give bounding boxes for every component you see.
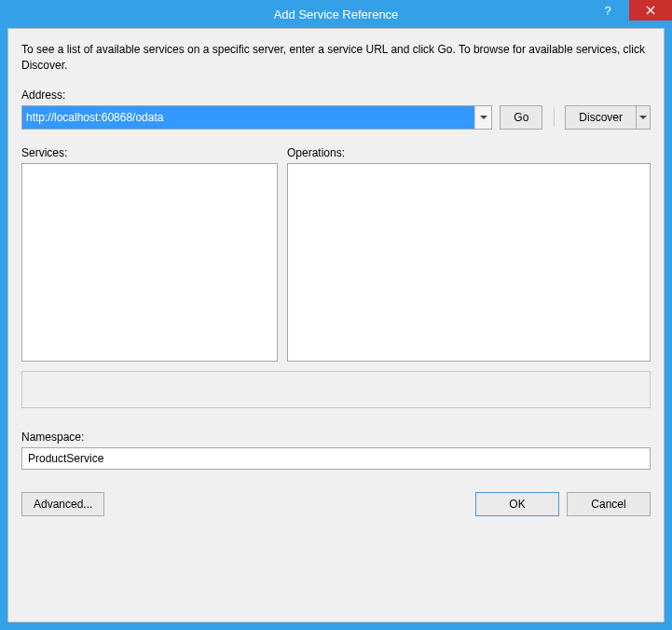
ok-button[interactable]: OK bbox=[475, 492, 559, 516]
discover-button[interactable]: Discover bbox=[565, 105, 636, 130]
address-combobox[interactable] bbox=[21, 105, 492, 130]
chevron-down-icon bbox=[639, 116, 647, 119]
advanced-button[interactable]: Advanced... bbox=[21, 492, 104, 516]
footer-buttons: Advanced... OK Cancel bbox=[21, 492, 651, 516]
footer-spacer bbox=[112, 492, 468, 516]
chevron-down-icon bbox=[480, 116, 487, 119]
titlebar: Add Service Reference ? bbox=[7, 0, 665, 28]
close-button[interactable] bbox=[629, 0, 672, 21]
window-title: Add Service Reference bbox=[7, 7, 665, 21]
lists-row: Services: Operations: bbox=[21, 146, 651, 362]
separator bbox=[550, 105, 557, 130]
window-controls: ? bbox=[586, 0, 672, 21]
close-icon bbox=[646, 6, 655, 15]
operations-column: Operations: bbox=[287, 146, 651, 362]
go-button[interactable]: Go bbox=[500, 105, 542, 130]
namespace-input[interactable] bbox=[21, 447, 651, 470]
instructions-text: To see a list of available services on a… bbox=[21, 42, 651, 74]
address-input[interactable] bbox=[22, 106, 474, 129]
services-column: Services: bbox=[21, 146, 278, 362]
dialog-window: Add Service Reference ? To see a list of… bbox=[0, 0, 672, 630]
address-dropdown-button[interactable] bbox=[474, 106, 491, 129]
cancel-button[interactable]: Cancel bbox=[567, 492, 651, 516]
address-row: Go Discover bbox=[21, 105, 651, 130]
status-panel bbox=[21, 371, 651, 408]
namespace-label: Namespace: bbox=[21, 431, 651, 444]
operations-label: Operations: bbox=[287, 146, 651, 159]
client-area: To see a list of available services on a… bbox=[7, 28, 665, 623]
address-label: Address: bbox=[21, 89, 651, 102]
operations-listbox[interactable] bbox=[287, 163, 651, 362]
services-label: Services: bbox=[21, 146, 278, 159]
discover-dropdown-button[interactable] bbox=[636, 105, 651, 130]
services-listbox[interactable] bbox=[21, 163, 278, 362]
discover-split-button: Discover bbox=[565, 105, 651, 130]
help-button[interactable]: ? bbox=[586, 0, 629, 21]
